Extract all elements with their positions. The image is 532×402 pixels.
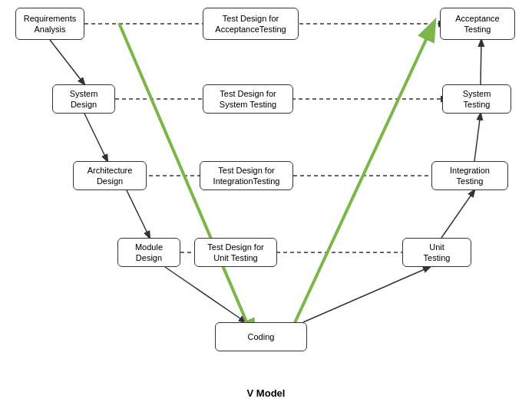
svg-line-17 [288,23,434,338]
node-td-system: Test Design forSystem Testing [203,84,293,114]
svg-line-0 [50,40,84,84]
node-system-testing: SystemTesting [442,84,511,114]
node-acceptance-testing: AcceptanceTesting [440,8,515,40]
node-system-design: SystemDesign [52,84,115,114]
svg-line-7 [481,40,481,84]
node-unit-testing: UnitTesting [402,238,471,267]
svg-line-5 [441,190,474,238]
node-architecture-design: Architecture Design [73,161,147,190]
node-td-integration: Test Design forIntegrationTesting [200,161,293,190]
diagram-title: V Model [0,387,532,399]
v-model-diagram: RequirementsAnalysis SystemDesign Archit… [0,0,532,402]
node-requirements: RequirementsAnalysis [15,8,84,40]
svg-line-6 [474,114,481,161]
node-td-unit: Test Design forUnit Testing [194,238,277,267]
svg-line-3 [165,267,246,322]
node-module-design: ModuleDesign [117,238,180,267]
node-td-acceptance: Test Design forAcceptanceTesting [203,8,299,40]
node-integration-testing: IntegrationTesting [431,161,508,190]
svg-line-2 [127,190,150,238]
node-coding: Coding [215,322,307,351]
svg-line-4 [303,267,430,322]
svg-line-1 [84,114,107,161]
